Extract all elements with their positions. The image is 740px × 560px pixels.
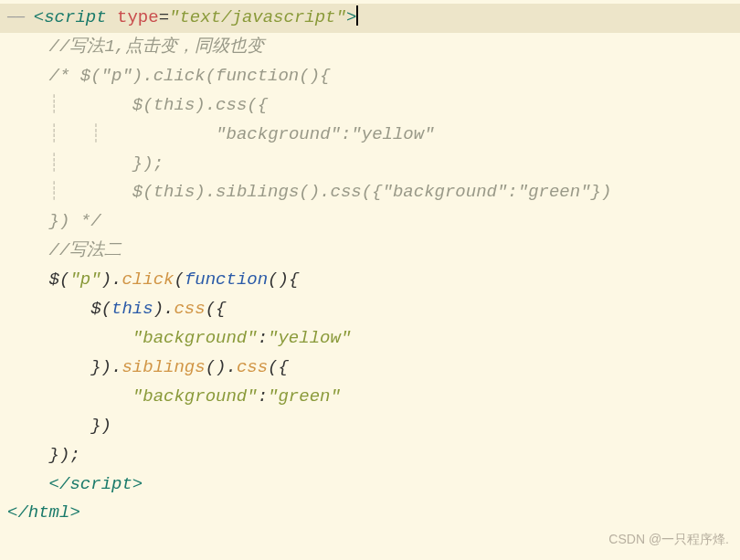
tag-bracket: < (34, 7, 44, 27)
watermark: CSDN @一只程序烽. (608, 529, 729, 551)
code-line: "background":"green" (0, 383, 740, 412)
code-line: ┊ $(this).css({ (0, 91, 740, 121)
comment-block: /* $("p").click(function(){ (49, 66, 331, 86)
code-line: ┊ }); (0, 150, 740, 179)
tag-bracket: > (132, 474, 143, 494)
keyword: function (185, 269, 268, 290)
comment: //写法二 (49, 240, 122, 260)
code-line: ┊ ┊ "background":"yellow" (0, 121, 740, 150)
comment: //写法1,点击变，同级也变 (49, 37, 265, 57)
tag-bracket: </ (7, 502, 28, 523)
string: "background" (132, 386, 258, 407)
comment-block: }) */ (49, 211, 101, 231)
code-line: }); (0, 441, 740, 470)
code-line: //写法1,点击变，同级也变 (0, 33, 740, 62)
comment-block: }); (90, 153, 164, 174)
code-line: }) */ (0, 207, 740, 237)
function-call: siblings (122, 357, 205, 377)
attr-name: type (117, 7, 159, 27)
text-cursor (356, 5, 358, 26)
tag-name: script (69, 474, 132, 494)
code-line: "background":"yellow" (0, 324, 740, 354)
string: "p" (69, 269, 100, 290)
tag-name: html (28, 502, 70, 523)
fold-icon[interactable]: —— (7, 9, 34, 26)
code-line: }).siblings().css({ (0, 354, 740, 383)
comment-block: $(this).css({ (90, 95, 268, 115)
code-line: $("p").click(function(){ (0, 266, 740, 295)
tag-bracket: > (346, 7, 356, 27)
comment-block: $(this).siblings().css({"background":"gr… (90, 182, 611, 202)
code-line: //写法二 (0, 237, 740, 266)
string: "background" (132, 328, 258, 348)
code-line: </script> (0, 470, 740, 500)
code-line: }) (0, 412, 740, 441)
tag-bracket: > (69, 502, 79, 523)
comment-block: "background":"yellow" (132, 124, 435, 144)
string: "green" (268, 386, 341, 407)
keyword: this (111, 299, 153, 319)
function-call: click (122, 269, 174, 290)
code-editor[interactable]: —— <script type="text/javascript"> //写法1… (0, 4, 740, 528)
code-line: /* $("p").click(function(){ (0, 62, 740, 91)
tag-bracket: </ (49, 474, 70, 494)
code-line: ┊ $(this).siblings().css({"background":"… (0, 178, 740, 207)
code-line: </html> (0, 499, 740, 528)
code-line: $(this).css({ (0, 295, 740, 324)
attr-value: "text/javascript" (169, 7, 346, 27)
string: "yellow" (268, 328, 351, 348)
code-line: —— <script type="text/javascript"> (0, 4, 740, 33)
function-call: css (237, 357, 268, 377)
function-call: css (174, 299, 205, 319)
tag-name: script (44, 7, 106, 27)
